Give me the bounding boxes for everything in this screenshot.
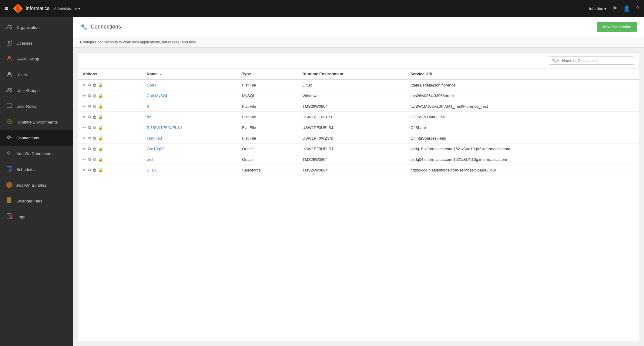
delete-icon[interactable]: 🗑: [92, 104, 96, 109]
copy-icon[interactable]: ⧉: [88, 136, 91, 141]
lock-icon[interactable]: 🔒: [98, 104, 103, 109]
delete-icon[interactable]: 🗑: [92, 125, 96, 130]
actions-cell: ✏ ⧉ 🗑 🔒: [78, 112, 142, 122]
user-org-dropdown[interactable]: infa.doc ▾: [589, 6, 606, 11]
sidebar-item-users[interactable]: Users: [0, 67, 73, 83]
sidebar-item-organization[interactable]: Organization: [0, 19, 73, 35]
copy-icon[interactable]: ⧉: [88, 146, 91, 151]
table-row: ✏ ⧉ 🗑 🔒 SFDC Salesforce TMS26W0864 https…: [78, 165, 639, 175]
sidebar-item-label-add-on-connectors: Add-On Connectors: [16, 151, 52, 156]
search-input[interactable]: [562, 59, 631, 63]
svg-rect-14: [7, 104, 12, 108]
delete-icon[interactable]: 🗑: [92, 115, 96, 119]
sidebar-item-label-saml-setup: SAML Setup: [16, 57, 39, 61]
edit-icon[interactable]: ✏: [83, 115, 86, 119]
connection-link[interactable]: orcl: [147, 157, 153, 162]
delete-icon[interactable]: 🗑: [92, 93, 96, 98]
search-icon: 🔍: [552, 58, 557, 63]
connection-link[interactable]: FlatFile3: [147, 136, 162, 141]
sidebar-item-user-groups[interactable]: User Groups: [0, 83, 73, 98]
edit-icon[interactable]: ✏: [83, 104, 86, 109]
delete-icon[interactable]: 🗑: [92, 157, 96, 162]
col-actions: Actions: [78, 69, 142, 80]
name-cell: ff: [142, 101, 237, 112]
search-wrapper: 🔍 ▾: [549, 56, 634, 65]
sidebar-item-swagger-files[interactable]: Swagger Files: [0, 193, 73, 209]
admin-dropdown[interactable]: Administrator ▾: [54, 6, 81, 11]
connection-link[interactable]: ff2: [147, 115, 151, 119]
lock-icon[interactable]: 🔒: [98, 147, 103, 151]
connection-link[interactable]: ff: [147, 104, 149, 109]
lock-icon[interactable]: 🔒: [98, 115, 103, 119]
lock-icon[interactable]: 🔒: [98, 168, 103, 172]
connection-link[interactable]: Con MySQL: [147, 93, 168, 98]
service-url-cell: /data1/sdata/json/florence: [406, 80, 639, 90]
page-title: Connections: [91, 24, 121, 30]
sidebar-item-logs[interactable]: Logs: [0, 209, 73, 225]
delete-icon[interactable]: 🗑: [92, 147, 96, 151]
schedules-icon: 31: [6, 165, 13, 173]
lock-icon[interactable]: 🔒: [98, 136, 103, 141]
edit-icon[interactable]: ✏: [83, 83, 86, 87]
logo: Informatica: [12, 3, 50, 14]
sidebar-item-label-schedules: Schedules: [16, 167, 35, 172]
delete-icon[interactable]: 🗑: [92, 168, 96, 172]
sidebar-item-runtime-environments[interactable]: Runtime Environments: [0, 114, 73, 130]
sidebar-item-label-logs: Logs: [16, 215, 25, 219]
page-header: 🔧 Connections New Connection: [73, 17, 644, 37]
copy-icon[interactable]: ⧉: [88, 104, 91, 109]
copy-icon[interactable]: ⧉: [88, 157, 91, 162]
col-runtime: Runtime Environment: [297, 69, 405, 80]
edit-icon[interactable]: ✏: [83, 168, 86, 172]
lock-icon[interactable]: 🔒: [98, 83, 103, 87]
delete-icon[interactable]: 🗑: [92, 83, 96, 87]
type-cell: Flat File: [237, 101, 297, 112]
type-cell: Flat File: [237, 80, 297, 90]
connection-link[interactable]: Ora10g02: [147, 147, 164, 151]
copy-icon[interactable]: ⧉: [88, 125, 91, 130]
sidebar-item-licenses[interactable]: Licenses: [0, 35, 73, 51]
lock-icon[interactable]: 🔒: [98, 157, 103, 162]
edit-icon[interactable]: ✏: [83, 136, 86, 141]
edit-icon[interactable]: ✏: [83, 93, 86, 98]
lock-icon[interactable]: 🔒: [98, 93, 103, 98]
flag-icon[interactable]: ⚑: [612, 5, 617, 12]
logs-icon: [6, 213, 13, 221]
edit-icon[interactable]: ✏: [83, 147, 86, 151]
copy-icon[interactable]: ⧉: [88, 83, 91, 87]
actions-cell: ✏ ⧉ 🗑 🔒: [78, 165, 142, 175]
lock-icon[interactable]: 🔒: [98, 125, 103, 130]
delete-icon[interactable]: 🗑: [92, 136, 96, 141]
table-row: ✏ ⧉ 🗑 🔒 ff_USW1PF0UFLSJ Flat File USW1PF…: [78, 122, 639, 133]
actions-cell: ✏ ⧉ 🗑 🔒: [78, 144, 142, 154]
user-groups-icon: [6, 86, 13, 94]
sidebar-item-saml-setup[interactable]: SAML Setup: [0, 51, 73, 67]
connection-link[interactable]: SFDC: [147, 168, 157, 172]
sidebar-item-label-connections: Connections: [16, 136, 39, 140]
user-profile-icon[interactable]: 👤: [623, 5, 630, 12]
add-on-connectors-icon: [6, 150, 13, 158]
new-connection-button[interactable]: New Connection: [597, 22, 637, 32]
edit-icon[interactable]: ✏: [83, 157, 86, 162]
sidebar-item-add-on-bundles[interactable]: Add-On Bundles: [0, 177, 73, 193]
copy-icon[interactable]: ⧉: [88, 168, 91, 172]
col-service-url: Service URL: [406, 69, 639, 80]
copy-icon[interactable]: ⧉: [88, 93, 91, 98]
sidebar-item-connections[interactable]: Connections: [0, 130, 73, 146]
hamburger-menu-icon[interactable]: ≡: [5, 5, 8, 12]
copy-icon[interactable]: ⧉: [88, 114, 91, 119]
sidebar-item-add-on-connectors[interactable]: Add-On Connectors: [0, 146, 73, 161]
connection-link[interactable]: Con FF: [147, 83, 160, 87]
service-url-cell: https://login.salesforce.com/services/So…: [406, 165, 639, 175]
page-description: Configure connections to work with appli…: [73, 37, 644, 48]
sidebar-item-label-users: Users: [16, 73, 27, 77]
search-dropdown-button[interactable]: 🔍 ▾: [552, 58, 560, 63]
edit-icon[interactable]: ✏: [83, 125, 86, 130]
col-name[interactable]: Name: [142, 69, 237, 80]
sidebar-item-user-roles[interactable]: User Roles: [0, 98, 73, 114]
connection-link[interactable]: ff_USW1PF0UFLSJ: [147, 125, 182, 130]
help-icon[interactable]: ?: [636, 5, 639, 12]
add-on-bundles-icon: [6, 181, 13, 189]
sidebar-item-schedules[interactable]: 31 Schedules: [0, 161, 73, 177]
service-url-cell: C:\InfaSources\Files: [406, 133, 639, 144]
